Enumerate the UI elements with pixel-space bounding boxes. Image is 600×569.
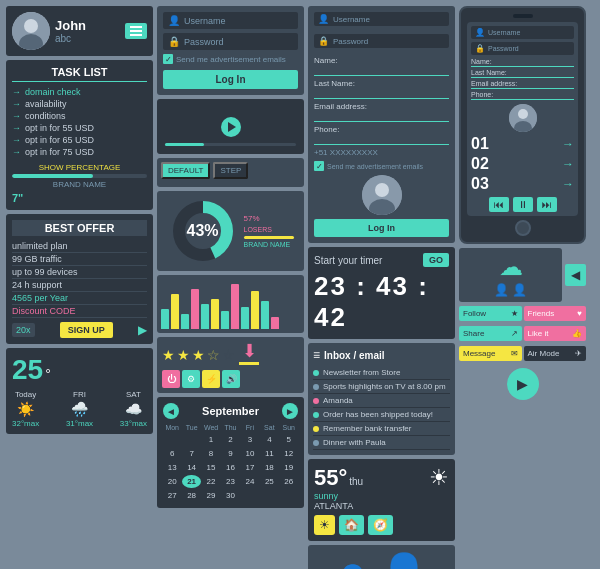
cal-day-17[interactable]: 17: [241, 461, 259, 474]
weather2-city: ATLANTA: [314, 501, 363, 511]
reg-password-field[interactable]: 🔒 Password: [314, 34, 449, 48]
password-field[interactable]: 🔒 Password: [163, 33, 298, 50]
brand-name-label: BRAND NAME: [12, 180, 147, 189]
cal-day-10[interactable]: 10: [241, 447, 259, 460]
hamburger-button[interactable]: [125, 23, 147, 39]
reg-checkbox[interactable]: ✓: [314, 161, 324, 171]
weather-card: 25 ° Today ☀️ 32°max FRI 🌧️ 31°max SAT ☁…: [6, 348, 153, 434]
cal-day-12[interactable]: 12: [280, 447, 298, 460]
cal-day-9[interactable]: 9: [221, 447, 239, 460]
calendar-next-button[interactable]: ►: [282, 403, 298, 419]
cal-day-24[interactable]: 24: [241, 475, 259, 488]
message-button[interactable]: Message✉: [459, 346, 522, 361]
weather2-sun-icon: ☀: [429, 465, 449, 491]
username-field[interactable]: 👤 Username: [163, 12, 298, 29]
cal-day-30[interactable]: 30: [221, 489, 239, 502]
user-icon: 👤: [168, 15, 180, 26]
loser-label: LOSERS: [244, 226, 294, 233]
task-list-card: TASK LIST →domain check →availability →c…: [6, 60, 153, 210]
cal-day-6[interactable]: 6: [163, 447, 181, 460]
volume-icon[interactable]: 🔊: [222, 370, 240, 388]
cal-day-7[interactable]: 7: [182, 447, 200, 460]
phone-num-3: 03 →: [471, 175, 574, 193]
cal-day-16[interactable]: 16: [221, 461, 239, 474]
cal-day-27[interactable]: 27: [163, 489, 181, 502]
calendar-prev-button[interactable]: ◄: [163, 403, 179, 419]
cal-day-25[interactable]: 25: [260, 475, 278, 488]
stars-rating: ★ ★ ★ ☆ ☆: [162, 347, 235, 363]
cloud-card: ☁ 👤 👤: [459, 248, 562, 302]
like-button[interactable]: Like it👍: [524, 326, 587, 341]
phone-mockup: 👤 Username 🔒 Password Name: Last Name: E…: [459, 6, 586, 244]
offer-item-3: up to 99 devices: [12, 266, 147, 279]
cal-day-4[interactable]: 4: [260, 433, 278, 446]
phone-pause-button[interactable]: ⏸: [513, 197, 533, 212]
login-button[interactable]: Log In: [163, 70, 298, 89]
power-icon[interactable]: ⏻: [162, 370, 180, 388]
settings-icon[interactable]: ⚙: [182, 370, 200, 388]
cal-day-11[interactable]: 11: [260, 447, 278, 460]
cal-header-sun: Sun: [280, 423, 298, 432]
calendar-card: ◄ September ► MonTueWedThuFriSatSun12345…: [157, 397, 304, 508]
weather-sat: SAT ☁️ 33°max: [120, 390, 147, 428]
cal-day-21[interactable]: 21: [182, 475, 200, 488]
profile-sub: abc: [55, 33, 86, 44]
airmode-button[interactable]: Air Mode✈: [524, 346, 587, 361]
bar-2: [181, 314, 189, 329]
weather-fri: FRI 🌧️ 31°max: [66, 390, 93, 428]
phone-rewind-button[interactable]: ⏮: [489, 197, 509, 212]
svg-point-1: [24, 19, 38, 33]
cal-day-15[interactable]: 15: [202, 461, 220, 474]
cal-day-2[interactable]: 2: [221, 433, 239, 446]
login-form: 👤 Username 🔒 Password ✓ Send me advertis…: [157, 6, 304, 95]
progress-bar-yellow: [244, 236, 294, 239]
bar-1: [171, 294, 179, 329]
task-item-3: →conditions: [12, 110, 147, 122]
reg-username-field[interactable]: 👤 Username: [314, 12, 449, 26]
cal-day-8[interactable]: 8: [202, 447, 220, 460]
weather2-temp: 55°: [314, 465, 347, 491]
cal-day-13[interactable]: 13: [163, 461, 181, 474]
share-button[interactable]: Share↗: [459, 326, 522, 341]
step-card: DEFAULT STEP: [157, 158, 304, 187]
phone-forward-button[interactable]: ⏭: [537, 197, 557, 212]
svg-point-9: [518, 109, 528, 119]
phone-home-button[interactable]: [515, 220, 531, 236]
reg-fields: Name: Last Name: Email address: Phone:: [314, 56, 449, 145]
step-tab[interactable]: STEP: [213, 162, 248, 179]
username-placeholder: Username: [184, 16, 293, 26]
checkbox-box[interactable]: ✓: [163, 54, 173, 64]
cal-day-empty: [182, 433, 200, 446]
cal-day-22[interactable]: 22: [202, 475, 220, 488]
friends-button[interactable]: Friends♥: [524, 306, 587, 321]
checkbox-row[interactable]: ✓ Send me advertisement emails: [163, 54, 298, 64]
timer-go-button[interactable]: GO: [423, 253, 449, 267]
signup-button[interactable]: SIGN UP: [60, 322, 113, 338]
play-button[interactable]: [221, 117, 241, 137]
bolt-icon[interactable]: ⚡: [202, 370, 220, 388]
reg-password-row: 🔒 Password: [314, 34, 449, 52]
nav-right-button[interactable]: ◀: [565, 264, 586, 286]
cal-day-14[interactable]: 14: [182, 461, 200, 474]
inbox-item-2: Sports highlights on TV at 8.00 pm: [313, 380, 450, 394]
nav-play-button[interactable]: ▶: [507, 368, 539, 400]
weather-widget-2: 55° thu sunny ATLANTA ☀ ☀ 🏠 🧭: [308, 459, 455, 541]
default-tab[interactable]: DEFAULT: [161, 162, 210, 179]
cal-day-19[interactable]: 19: [280, 461, 298, 474]
cal-day-28[interactable]: 28: [182, 489, 200, 502]
follow-button[interactable]: Follow★: [459, 306, 522, 321]
cal-day-20[interactable]: 20: [163, 475, 181, 488]
bar-chart: [161, 279, 300, 329]
cal-day-29[interactable]: 29: [202, 489, 220, 502]
progress-track: [165, 143, 296, 146]
profile-name: John: [55, 18, 86, 33]
cal-day-18[interactable]: 18: [260, 461, 278, 474]
cal-day-23[interactable]: 23: [221, 475, 239, 488]
reg-login-button[interactable]: Log In: [314, 219, 449, 237]
cal-day-26[interactable]: 26: [280, 475, 298, 488]
cal-day-5[interactable]: 5: [280, 433, 298, 446]
offer-item-2: 99 GB traffic: [12, 253, 147, 266]
inbox-item-1: Newsletter from Store: [313, 366, 450, 380]
cal-day-1[interactable]: 1: [202, 433, 220, 446]
cal-day-3[interactable]: 3: [241, 433, 259, 446]
